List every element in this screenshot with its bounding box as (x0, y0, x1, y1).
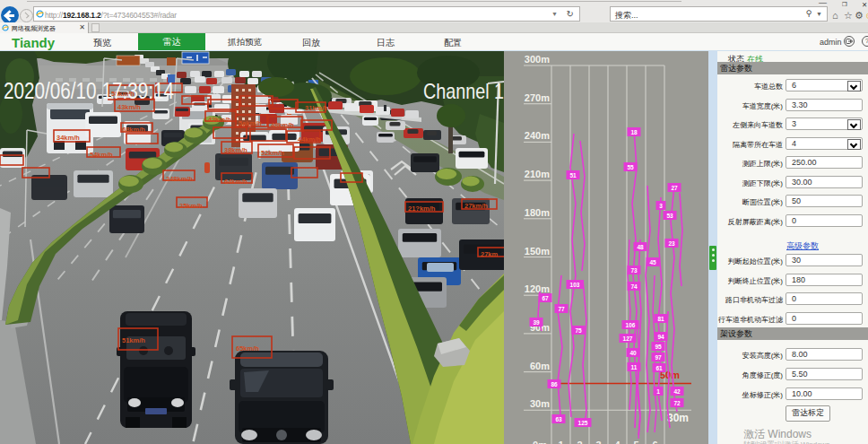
svg-text:127: 127 (623, 335, 633, 342)
svg-text:53: 53 (666, 213, 673, 219)
svg-text:73: 73 (630, 267, 638, 274)
svg-text:40: 40 (629, 350, 637, 356)
svg-text:1: 1 (558, 440, 563, 444)
svg-text:75: 75 (575, 327, 582, 334)
svg-text:30m: 30m (667, 412, 689, 424)
svg-text:68km/h: 68km/h (122, 126, 145, 134)
svg-text:4: 4 (614, 440, 621, 444)
svg-text:120m: 120m (525, 283, 550, 294)
svg-text:21?km/h: 21?km/h (408, 205, 436, 213)
svg-text:51: 51 (569, 172, 577, 178)
svg-text:97: 97 (655, 354, 662, 361)
svg-text:94: 94 (657, 334, 664, 340)
svg-text:5: 5 (633, 440, 638, 444)
svg-text:300m: 300m (525, 54, 550, 65)
svg-text:31km/h: 31km/h (305, 104, 328, 112)
svg-text:77: 77 (558, 306, 565, 312)
svg-text:95: 95 (655, 344, 662, 350)
svg-text:11: 11 (631, 364, 638, 370)
svg-text:39: 39 (533, 319, 540, 326)
svg-text:125: 125 (578, 420, 588, 426)
svg-text:86: 86 (551, 381, 558, 387)
svg-text:103: 103 (570, 282, 580, 288)
svg-text:25km/h: 25km/h (179, 202, 203, 210)
svg-text:27km: 27km (481, 250, 499, 258)
svg-text:48km/h: 48km/h (271, 121, 294, 129)
svg-text:55: 55 (627, 164, 634, 170)
svg-text:38km/h: 38km/h (224, 146, 247, 154)
svg-text:270m: 270m (525, 92, 550, 103)
svg-text:210m: 210m (525, 169, 550, 179)
svg-text:60m: 60m (530, 361, 550, 371)
svg-text:72: 72 (673, 400, 681, 406)
svg-text:34km/h: 34km/h (56, 134, 80, 142)
svg-text:23: 23 (668, 240, 675, 247)
svg-text:52km/h: 52km/h (261, 149, 284, 157)
svg-text:27km/h: 27km/h (464, 202, 488, 210)
svg-text:30m: 30m (530, 398, 550, 409)
svg-text:2: 2 (577, 440, 582, 444)
svg-text:51km/h: 51km/h (122, 336, 145, 344)
svg-text:45: 45 (649, 259, 656, 266)
svg-text:106: 106 (626, 322, 636, 328)
svg-text:44km/h: 44km/h (298, 135, 321, 144)
svg-text:240m: 240m (525, 130, 550, 141)
svg-text:Channel 1: Channel 1 (423, 79, 504, 103)
svg-text:42km/h: 42km/h (208, 116, 231, 124)
svg-text:65km/h: 65km/h (236, 344, 259, 353)
svg-text:2020/06/10 17:39:14: 2020/06/10 17:39:14 (4, 77, 174, 104)
svg-text:1: 1 (656, 388, 660, 395)
svg-text:180m: 180m (525, 207, 550, 218)
svg-text:27: 27 (671, 185, 678, 191)
svg-text:6: 6 (652, 440, 657, 444)
svg-text:3: 3 (659, 203, 663, 209)
svg-text:18: 18 (630, 129, 638, 135)
svg-text:48: 48 (637, 244, 644, 250)
svg-text:67: 67 (542, 295, 549, 301)
svg-text:3: 3 (595, 440, 601, 444)
svg-text:0m: 0m (533, 440, 547, 444)
svg-text:54km/h: 54km/h (90, 151, 113, 159)
svg-text:5akm/h: 5akm/h (239, 119, 262, 127)
svg-text:42: 42 (673, 388, 681, 395)
svg-text:248km/h: 248km/h (166, 175, 193, 183)
svg-text:43km/h: 43km/h (117, 103, 141, 111)
svg-text:61: 61 (655, 365, 663, 371)
svg-text:81: 81 (657, 316, 664, 322)
svg-text:64km/h: 64km/h (224, 178, 247, 186)
svg-text:63: 63 (555, 416, 562, 422)
svg-text:74: 74 (630, 283, 638, 290)
svg-text:150m: 150m (525, 246, 550, 257)
